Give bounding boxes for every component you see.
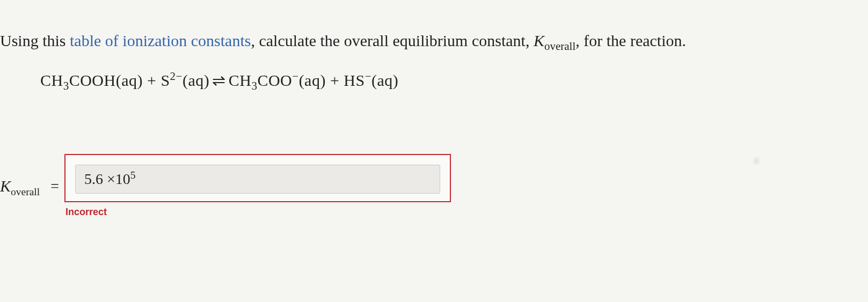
plus-1: + [143, 71, 161, 89]
answer-input[interactable]: 5.6 ×105 [75, 165, 440, 194]
answer-section: Koverall = 5.6 ×105 Incorrect [0, 154, 868, 218]
product-1: CH3COO−(aq) [229, 71, 326, 89]
reactant-1: CH3COOH(aq) [40, 71, 143, 89]
smudge-mark [752, 156, 761, 166]
answer-box: 5.6 ×105 [64, 154, 451, 202]
product-2: HS−(aq) [344, 71, 398, 89]
k-variable: Koverall [534, 32, 575, 49]
question-prompt: Using this table of ionization constants… [0, 30, 868, 52]
reaction-equation: CH3COOH(aq) + S2−(aq) ⇌ CH3COO−(aq) + HS… [0, 71, 868, 90]
k-overall-label: Koverall [0, 177, 40, 195]
equals-sign: = [50, 178, 59, 195]
prompt-middle: , calculate the overall equilibrium cons… [251, 32, 533, 49]
plus-2: + [326, 71, 344, 89]
ionization-constants-link[interactable]: table of ionization constants [70, 32, 251, 49]
feedback-label: Incorrect [64, 207, 451, 218]
prompt-prefix: Using this [0, 32, 70, 49]
equilibrium-arrow: ⇌ [212, 71, 226, 90]
prompt-suffix: , for the reaction. [575, 32, 686, 49]
reactant-2: S2−(aq) [161, 71, 209, 89]
